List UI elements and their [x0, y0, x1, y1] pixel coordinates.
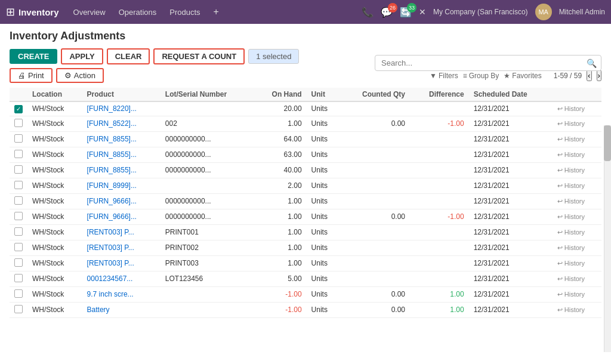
row-checkbox[interactable]: [14, 243, 23, 251]
next-page-button[interactable]: ›: [597, 70, 601, 81]
close-icon[interactable]: ✕: [419, 7, 426, 17]
cell-product[interactable]: [RENT003] P...: [82, 255, 161, 271]
request-count-button[interactable]: REQUEST A COUNT: [153, 48, 245, 64]
cell-counted[interactable]: 0.00: [341, 116, 410, 131]
cell-product[interactable]: 0001234567...: [82, 271, 161, 286]
grid-icon[interactable]: ⊞: [6, 5, 15, 18]
cell-product[interactable]: [FURN_8855]...: [82, 162, 161, 178]
row-checkbox[interactable]: [14, 165, 23, 174]
history-button[interactable]: ↩ History: [557, 105, 585, 113]
cell-diff: -1.00: [410, 116, 469, 131]
history-button[interactable]: ↩ History: [557, 166, 585, 174]
row-checkbox[interactable]: [14, 258, 23, 267]
cell-counted[interactable]: 0.00: [341, 209, 410, 224]
cell-product[interactable]: [RENT003] P...: [82, 240, 161, 255]
cell-product[interactable]: [RENT003] P...: [82, 224, 161, 240]
cell-counted[interactable]: [341, 131, 410, 147]
row-checkbox[interactable]: [14, 289, 23, 298]
history-button[interactable]: ↩ History: [557, 135, 585, 143]
cell-lot: PRINT002: [161, 240, 255, 255]
history-button[interactable]: ↩ History: [557, 213, 585, 221]
groupby-icon: ≡: [463, 72, 467, 80]
col-diff: Difference: [410, 88, 469, 101]
row-checkbox[interactable]: [14, 196, 23, 205]
cell-diff: [410, 255, 469, 271]
nav-products[interactable]: Products: [165, 8, 205, 17]
cell-counted[interactable]: [341, 271, 410, 286]
cell-product[interactable]: [FURN_8855]...: [82, 147, 161, 162]
history-button[interactable]: ↩ History: [557, 306, 585, 314]
row-checkbox[interactable]: [14, 119, 23, 127]
row-checkbox[interactable]: [14, 134, 23, 143]
cell-product[interactable]: [FURN_9666]...: [82, 209, 161, 224]
cell-counted[interactable]: [341, 240, 410, 255]
table-row: WH/Stock[RENT003] P...PRINT0021.00Units1…: [10, 240, 601, 255]
cell-counted[interactable]: [341, 193, 410, 209]
history-button[interactable]: ↩ History: [557, 244, 585, 252]
cell-product[interactable]: [FURN_8855]...: [82, 131, 161, 147]
history-button[interactable]: ↩ History: [557, 291, 585, 298]
cell-counted[interactable]: [341, 178, 410, 193]
cell-counted[interactable]: 0.00: [341, 302, 410, 317]
favorites-button[interactable]: ★ Favorites: [504, 72, 541, 80]
row-checkbox[interactable]: [14, 274, 23, 282]
chat-icon[interactable]: 💬 26: [381, 7, 393, 18]
cell-product[interactable]: [FURN_9666]...: [82, 193, 161, 209]
selected-button[interactable]: 1 selected: [248, 49, 299, 64]
history-button[interactable]: ↩ History: [557, 229, 585, 236]
history-button[interactable]: ↩ History: [557, 260, 585, 267]
cell-counted[interactable]: [341, 162, 410, 178]
cell-product[interactable]: [FURN_8220]...: [82, 101, 161, 116]
cell-counted[interactable]: [341, 147, 410, 162]
create-button[interactable]: CREATE: [10, 49, 57, 64]
nav-overview[interactable]: Overview: [69, 8, 110, 17]
cell-counted[interactable]: [341, 101, 410, 116]
row-checkbox[interactable]: [14, 227, 23, 236]
clear-button[interactable]: CLEAR: [107, 48, 150, 64]
cell-product[interactable]: [FURN_8522]...: [82, 116, 161, 131]
cell-onhand: -1.00: [254, 302, 306, 317]
cell-onhand: 1.00: [254, 240, 306, 255]
phone-icon[interactable]: 📞: [362, 7, 374, 18]
history-button[interactable]: ↩ History: [557, 198, 585, 205]
cell-onhand: 2.00: [254, 178, 306, 193]
history-button[interactable]: ↩ History: [557, 151, 585, 159]
user-name[interactable]: Mitchell Admin: [559, 8, 605, 16]
search-input[interactable]: [375, 55, 601, 71]
app-title: Inventory: [18, 7, 59, 17]
nav-operations[interactable]: Operations: [114, 8, 162, 17]
table-row: WH/Stock[FURN_9666]...0000000000...1.00U…: [10, 209, 601, 224]
row-checkbox[interactable]: [14, 181, 23, 189]
cell-history: ↩ History: [553, 224, 601, 240]
row-checkbox[interactable]: ✓: [14, 105, 23, 113]
cell-product[interactable]: 9.7 inch scre...: [82, 286, 161, 302]
cell-history: ↩ History: [553, 147, 601, 162]
action-button[interactable]: ⚙ Action: [56, 68, 104, 83]
cell-product[interactable]: [FURN_8999]...: [82, 178, 161, 193]
cell-date: 12/31/2021: [469, 162, 553, 178]
history-button[interactable]: ↩ History: [557, 120, 585, 128]
cell-location: WH/Stock: [27, 193, 82, 209]
prev-page-button[interactable]: ‹: [587, 70, 591, 81]
cell-onhand: 1.00: [254, 193, 306, 209]
row-checkbox[interactable]: [14, 305, 23, 313]
cell-counted[interactable]: 0.00: [341, 286, 410, 302]
scrollbar[interactable]: [604, 125, 611, 352]
filters-button[interactable]: ▼ Filters: [430, 72, 458, 80]
group-by-button[interactable]: ≡ Group By: [463, 72, 499, 80]
print-button[interactable]: 🖨 Print: [10, 68, 53, 83]
apply-button[interactable]: APPLY: [61, 48, 103, 64]
nav-plus[interactable]: +: [209, 7, 224, 17]
cell-counted[interactable]: [341, 224, 410, 240]
row-checkbox[interactable]: [14, 212, 23, 220]
history-button[interactable]: ↩ History: [557, 275, 585, 283]
cell-counted[interactable]: [341, 255, 410, 271]
company-label[interactable]: My Company (San Francisco): [433, 8, 528, 16]
cell-unit: Units: [307, 162, 341, 178]
cell-unit: Units: [307, 224, 341, 240]
cell-date: 12/31/2021: [469, 240, 553, 255]
history-button[interactable]: ↩ History: [557, 182, 585, 190]
timer-icon[interactable]: 🔄 33: [400, 7, 412, 18]
cell-product[interactable]: Battery: [82, 302, 161, 317]
row-checkbox[interactable]: [14, 150, 23, 158]
